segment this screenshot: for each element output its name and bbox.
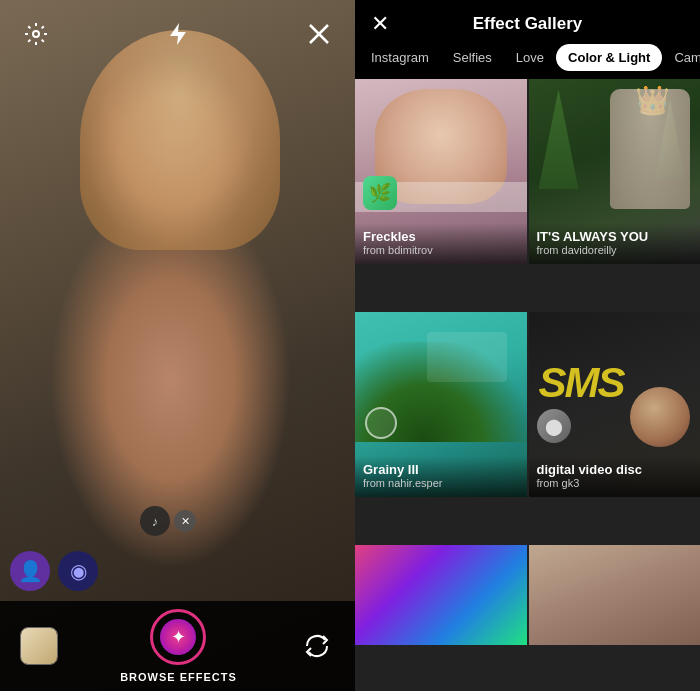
close-camera-icon[interactable] <box>301 16 337 52</box>
effect-icons-row: 👤 ◉ <box>10 551 98 591</box>
music-close-icon[interactable]: ✕ <box>174 510 196 532</box>
gallery-header: ✕ Effect Gallery <box>355 0 700 44</box>
effect-colorful[interactable] <box>355 545 527 645</box>
grainy-author: from nahir.esper <box>363 477 519 489</box>
effect-grainy[interactable]: Grainy III from nahir.esper <box>355 312 527 497</box>
effect-freckles[interactable]: 🌿 Freckles from bdimitrov <box>355 79 527 264</box>
digital-label: digital video disc from gk3 <box>529 456 701 497</box>
gallery-tabs: Instagram Selfies Love Color & Light Cam… <box>355 44 700 79</box>
music-icon: ♪ <box>140 506 170 536</box>
music-badge[interactable]: ♪ ✕ <box>140 506 196 536</box>
camera-view: ♪ ✕ 👤 ◉ ✦ BROWSE EFFECTS <box>0 0 355 691</box>
digital-face <box>630 387 690 447</box>
browse-effects-circle-icon: ✦ <box>150 609 206 665</box>
sky-highlight <box>427 332 507 382</box>
gallery-close-icon[interactable]: ✕ <box>371 11 389 37</box>
freckles-author: from bdimitrov <box>363 244 519 256</box>
browse-effects-button[interactable]: ✦ BROWSE EFFECTS <box>120 609 237 683</box>
settings-icon[interactable] <box>18 16 54 52</box>
always-you-figure <box>610 89 690 209</box>
colorful-bg <box>355 545 527 645</box>
freckles-label: Freckles from bdimitrov <box>355 223 527 264</box>
always-you-author: from davidoreilly <box>537 244 693 256</box>
always-you-name: IT'S ALWAYS YOU <box>537 229 693 244</box>
effect-gallery-panel: ✕ Effect Gallery Instagram Selfies Love … <box>355 0 700 691</box>
svg-point-0 <box>33 31 39 37</box>
digital-name: digital video disc <box>537 462 693 477</box>
camera-top-controls <box>0 16 355 52</box>
effect-portrait[interactable] <box>529 545 701 645</box>
freckles-app-icon: 🌿 <box>363 176 397 210</box>
grainy-name: Grainy III <box>363 462 519 477</box>
browse-effects-label: BROWSE EFFECTS <box>120 671 237 683</box>
hair-overlay <box>80 30 280 250</box>
effect-always-you[interactable]: 👑 IT'S ALWAYS YOU from davidoreilly <box>529 79 701 264</box>
tab-selfies[interactable]: Selfies <box>441 44 504 71</box>
sms-graphic: SMS <box>539 362 624 404</box>
tab-love[interactable]: Love <box>504 44 556 71</box>
flip-camera-icon[interactable] <box>299 628 335 664</box>
tab-camera[interactable]: Camera <box>662 44 700 71</box>
effect-digital-video[interactable]: SMS ⬤ digital video disc from gk3 <box>529 312 701 497</box>
grainy-label: Grainy III from nahir.esper <box>355 456 527 497</box>
tab-instagram[interactable]: Instagram <box>359 44 441 71</box>
effect-gallery-icon: ✦ <box>171 626 186 648</box>
grainy-lens-icon <box>365 407 397 439</box>
effect-icon-circle[interactable]: ◉ <box>58 551 98 591</box>
always-you-label: IT'S ALWAYS YOU from davidoreilly <box>529 223 701 264</box>
digital-author: from gk3 <box>537 477 693 489</box>
tab-color-light[interactable]: Color & Light <box>556 44 662 71</box>
portrait-bg <box>529 545 701 645</box>
bottom-controls: ✦ BROWSE EFFECTS <box>0 601 355 691</box>
gallery-title: Effect Gallery <box>473 14 583 34</box>
gallery-grid: 🌿 Freckles from bdimitrov 👑 IT'S ALWAYS … <box>355 79 700 691</box>
disc-icon: ⬤ <box>537 409 571 443</box>
flash-icon[interactable] <box>160 16 196 52</box>
freckles-name: Freckles <box>363 229 519 244</box>
gallery-thumbnail[interactable] <box>20 627 58 665</box>
effect-icon-avatar[interactable]: 👤 <box>10 551 50 591</box>
